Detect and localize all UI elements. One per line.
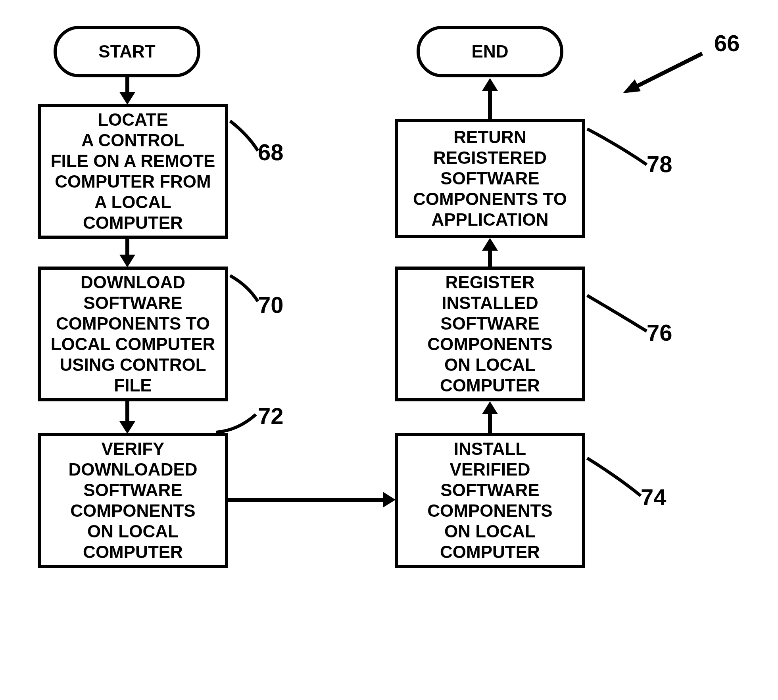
label-66: 66 [714,30,740,56]
process-72: VERIFY DOWNLOADED SOFTWARE COMPONENTS ON… [38,433,228,568]
callout-72 [214,412,258,436]
process-76: REGISTER INSTALLED SOFTWARE COMPONENTS O… [395,267,585,401]
process-70: DOWNLOAD SOFTWARE COMPONENTS TO LOCAL CO… [38,267,228,401]
arrow-78-end [488,89,492,119]
arrow-head-72-74 [383,492,396,508]
start-terminal: START [54,26,200,77]
svg-line-0 [631,54,702,89]
arrow-head-78-end [482,78,498,91]
arrow-70-72 [125,401,129,423]
arrow-head-70-72 [119,421,135,434]
svg-marker-1 [623,79,641,93]
callout-74 [585,456,643,500]
arrow-head-68-70 [119,255,135,267]
arrow-head-76-78 [482,238,498,251]
arrow-74-76 [488,412,492,433]
process-78-text: RETURN REGISTERED SOFTWARE COMPONENTS TO… [413,127,567,230]
start-label: START [98,42,155,61]
end-terminal: END [417,26,563,77]
arrow-68-70 [125,239,129,257]
callout-68 [228,119,260,155]
label-72: 72 [258,403,284,429]
process-70-text: DOWNLOAD SOFTWARE COMPONENTS TO LOCAL CO… [51,272,215,395]
arrow-72-74 [228,498,385,502]
process-74: INSTALL VERIFIED SOFTWARE COMPONENTS ON … [395,433,585,568]
label-76: 76 [647,319,672,346]
arrow-head-74-76 [482,401,498,414]
arrow-head-start-68 [119,92,135,105]
pointer-66 [619,50,706,97]
arrow-76-78 [488,249,492,267]
end-label: END [472,42,509,61]
label-68: 68 [258,139,284,165]
process-72-text: VERIFY DOWNLOADED SOFTWARE COMPONENTS ON… [68,439,197,562]
process-68: LOCATE A CONTROL FILE ON A REMOTE COMPUT… [38,104,228,239]
label-74: 74 [641,484,667,510]
callout-70 [228,274,260,305]
process-68-text: LOCATE A CONTROL FILE ON A REMOTE COMPUT… [51,109,215,233]
callout-76 [585,293,649,337]
process-76-text: REGISTER INSTALLED SOFTWARE COMPONENTS O… [427,272,552,395]
arrow-start-68 [125,77,129,93]
process-78: RETURN REGISTERED SOFTWARE COMPONENTS TO… [395,119,585,238]
label-78: 78 [647,151,672,177]
callout-78 [585,127,649,171]
label-70: 70 [258,292,284,318]
process-74-text: INSTALL VERIFIED SOFTWARE COMPONENTS ON … [427,439,552,562]
